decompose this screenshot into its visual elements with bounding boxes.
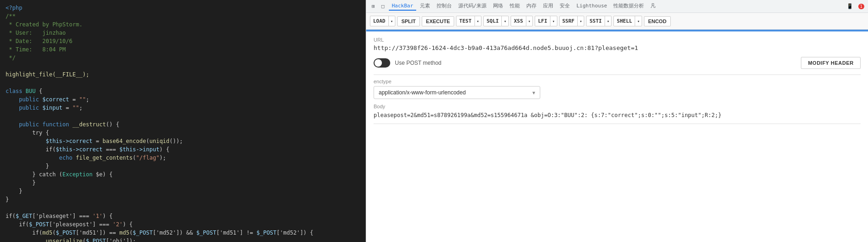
code-line: } bbox=[6, 195, 360, 204]
url-value: http://37398f26-1624-4dc3-b9a0-413a76ad6… bbox=[374, 44, 861, 51]
tab-item--[interactable]: 凡 bbox=[648, 1, 658, 11]
url-section: URL http://37398f26-1624-4dc3-b9a0-413a7… bbox=[374, 37, 861, 51]
tab-item---[interactable]: 安全 bbox=[557, 1, 573, 11]
code-line bbox=[6, 204, 360, 212]
tab-item---[interactable]: 网络 bbox=[490, 1, 506, 11]
tab-item-------[interactable]: 源代码/来源 bbox=[456, 1, 490, 11]
toggle-label: Use POST method bbox=[395, 60, 442, 66]
code-editor: <?php/** * Created by PhpStorm. * User: … bbox=[0, 0, 366, 242]
tab-item-------[interactable]: 性能数据分析 bbox=[611, 1, 647, 11]
hb-btn-encod[interactable]: ENCOD bbox=[644, 16, 671, 26]
tab-item-lighthouse[interactable]: Lighthouse bbox=[574, 2, 610, 11]
code-line: echo file_get_contents("/flag"); bbox=[6, 154, 360, 162]
code-line: unserialize($_POST['obj']); bbox=[6, 237, 360, 242]
post-method-toggle[interactable] bbox=[374, 58, 390, 68]
code-line: if($_GET['pleaseget'] === '1') { bbox=[6, 212, 360, 220]
code-line: * Date: 2019/10/6 bbox=[6, 37, 360, 45]
code-line: * User: jinzhao bbox=[6, 29, 360, 37]
devtools-icon-2[interactable]: □ bbox=[380, 2, 387, 10]
hb-btn-lfi[interactable]: LFI▾ bbox=[535, 16, 557, 26]
enctype-dropdown-arrow: ▼ bbox=[532, 90, 535, 95]
hackbar-panel: ⊞ □ HackBar元素控制台源代码/来源网络性能内存应用安全Lighthou… bbox=[366, 0, 868, 242]
code-line: } catch (Exception $e) { bbox=[6, 170, 360, 179]
tab-item----[interactable]: 控制台 bbox=[434, 1, 455, 11]
code-line: public $correct = ""; bbox=[6, 95, 360, 104]
hb-btn-split[interactable]: SPLIT bbox=[397, 16, 420, 26]
enctype-section: enctype application/x-www-form-urlencode… bbox=[374, 79, 861, 99]
code-line: try { bbox=[6, 129, 360, 137]
code-line: public $input = ""; bbox=[6, 104, 360, 112]
code-line bbox=[6, 112, 360, 120]
hackbar-content: URL http://37398f26-1624-4dc3-b9a0-413a7… bbox=[366, 31, 868, 242]
devtools-icon-1[interactable]: ⊞ bbox=[370, 2, 377, 10]
body-label: Body bbox=[374, 104, 861, 109]
hb-btn-load[interactable]: LOAD▾ bbox=[370, 16, 395, 26]
body-section: Body pleasepost=2&md51=s878926199a&md52=… bbox=[374, 104, 861, 120]
code-line: if($_POST['pleasepost'] === '2') { bbox=[6, 220, 360, 229]
code-line: } bbox=[6, 162, 360, 170]
hb-btn-ssrf[interactable]: SSRF▾ bbox=[559, 16, 585, 26]
code-line: } bbox=[6, 179, 360, 187]
hb-btn-ssti[interactable]: SSTI▾ bbox=[586, 16, 612, 26]
browser-toolbar: ⊞ □ HackBar元素控制台源代码/来源网络性能内存应用安全Lighthou… bbox=[366, 0, 868, 13]
code-line: <?php bbox=[6, 4, 360, 12]
code-line bbox=[6, 62, 360, 70]
code-line: /** bbox=[6, 12, 360, 20]
code-line: } bbox=[6, 187, 360, 195]
tab-item---[interactable]: 应用 bbox=[540, 1, 556, 11]
notification-icon: 📱 1 bbox=[847, 3, 864, 9]
tab-item---[interactable]: 元素 bbox=[417, 1, 433, 11]
code-line: class BUU { bbox=[6, 87, 360, 95]
hb-btn-xss[interactable]: XSS▾ bbox=[511, 16, 533, 26]
hackbar-toolbar: LOAD▾SPLITEXECUTETEST▾SQLI▾XSS▾LFI▾SSRF▾… bbox=[366, 13, 868, 30]
tab-item---[interactable]: 内存 bbox=[524, 1, 539, 11]
tab-bar: HackBar元素控制台源代码/来源网络性能内存应用安全Lighthouse性能… bbox=[389, 1, 658, 11]
url-label: URL bbox=[374, 37, 861, 43]
tab-item---[interactable]: 性能 bbox=[507, 1, 523, 11]
code-line: * Time: 8:04 PM bbox=[6, 45, 360, 54]
enctype-select[interactable]: application/x-www-form-urlencoded ▼ bbox=[374, 86, 540, 99]
divider-1 bbox=[374, 74, 861, 75]
enctype-label: enctype bbox=[374, 79, 861, 84]
enctype-value: application/x-www-form-urlencoded bbox=[379, 89, 532, 96]
hb-btn-sqli[interactable]: SQLI▾ bbox=[483, 16, 509, 26]
body-value: pleasepost=2&md51=s878926199a&md52=s1559… bbox=[374, 111, 861, 120]
tab-item-hackbar[interactable]: HackBar bbox=[389, 2, 416, 11]
notification-badge: 1 bbox=[858, 4, 864, 9]
divider-2 bbox=[374, 124, 861, 124]
hb-btn-execute[interactable]: EXECUTE bbox=[422, 16, 454, 26]
code-line: public function __destruct() { bbox=[6, 120, 360, 129]
hb-btn-test[interactable]: TEST▾ bbox=[456, 16, 481, 26]
code-line: if(md5($_POST['md51']) == md5($_POST['md… bbox=[6, 229, 360, 237]
code-line: */ bbox=[6, 54, 360, 62]
toggle-left: Use POST method bbox=[374, 58, 442, 68]
toggle-row: Use POST method MODIFY HEADER bbox=[374, 57, 861, 69]
code-line: $this->correct = base64_encode(uniqid())… bbox=[6, 137, 360, 145]
code-line: if($this->correct === $this->input) { bbox=[6, 145, 360, 154]
code-line bbox=[6, 79, 360, 87]
modify-header-button[interactable]: MODIFY HEADER bbox=[801, 57, 861, 69]
code-line: * Created by PhpStorm. bbox=[6, 20, 360, 29]
hb-btn-shell[interactable]: SHELL▾ bbox=[613, 16, 642, 26]
code-line: highlight_file(__FILE__); bbox=[6, 70, 360, 79]
